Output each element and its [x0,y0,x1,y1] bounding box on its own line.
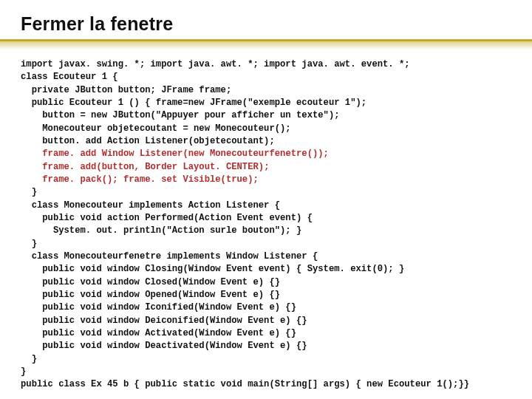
code-line-frame: frame. add(button, Border Layout. CENTER… [42,162,269,172]
code-line: public void window Closed(Window Event e… [21,277,280,287]
code-line: } [21,239,37,249]
code-line: public Ecouteur 1 () { frame=new JFrame(… [21,98,366,108]
code-line: class Monecouteur implements Action List… [21,200,280,211]
code-line: } [21,354,37,364]
code-line: private JButton button; JFrame frame; [21,85,231,95]
code-block: import javax. swing. *; import java. awt… [21,58,511,392]
code-line: button. add Action Listener(objetecoutan… [21,136,275,146]
code-line: public void window Opened(Window Event e… [21,290,280,300]
code-line: System. out. println("Action surle bouto… [21,225,301,236]
title-underline [21,39,511,50]
code-line-indent [21,149,42,159]
code-line: public void window Activated(Window Even… [21,328,296,338]
code-line-indent [21,162,42,172]
code-line: public void action Performed(Action Even… [21,213,313,223]
code-line: Monecouteur objetecoutant = new Monecout… [21,123,291,134]
code-line: button = new JButton("Appuyer pour affic… [21,110,340,120]
code-line: import javax. swing. *; import java. awt… [21,59,410,69]
slide-title: Fermer la fenetre [21,13,511,35]
code-line: public void window Closing(Window Event … [21,264,404,274]
code-line: class Ecouteur 1 { [21,72,118,82]
code-line: class Monecouteurfenetre implements Wind… [21,251,318,262]
code-line: public void window Iconified(Window Even… [21,302,296,313]
code-line: } [21,366,26,377]
code-line: } [21,187,37,197]
code-line: public void window Deactivated(Window Ev… [21,341,307,351]
code-line: public class Ex 45 b { public static voi… [21,379,469,389]
code-line-indent [21,174,42,185]
code-line: public void window Deiconified(Window Ev… [21,316,307,326]
code-line-frame: frame. add Window Listener(new Monecoute… [42,149,329,159]
code-line-frame: frame. pack(); frame. set Visible(true); [42,174,259,185]
slide: Fermer la fenetre import javax. swing. *… [0,0,532,399]
